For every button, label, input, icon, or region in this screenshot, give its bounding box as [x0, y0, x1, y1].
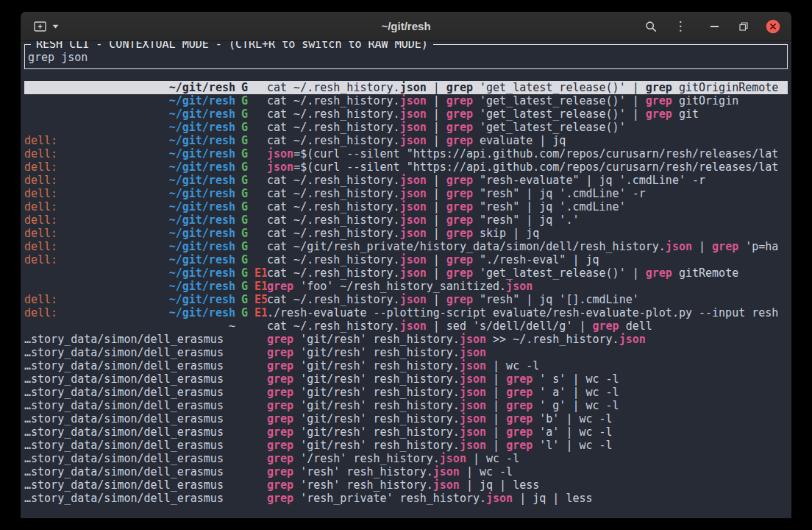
- row-host: dell:: [24, 253, 57, 266]
- row-host: dell:: [24, 160, 57, 174]
- row-command: cat ~/.resh_history.json | grep 'get_lat…: [267, 81, 788, 94]
- row-host: dell:: [24, 147, 57, 160]
- row-flags: G: [235, 253, 267, 266]
- restore-button[interactable]: [734, 17, 753, 36]
- row-flags: G: [235, 147, 267, 160]
- row-flags: [235, 372, 267, 386]
- row-flags: G E1: [235, 266, 267, 280]
- row-command: ./resh-evaluate --plotting-script evalua…: [267, 306, 788, 319]
- history-row[interactable]: dell: ~/git/resh G cat ~/.resh_history.j…: [24, 227, 788, 240]
- row-dir: ~/git/resh: [169, 253, 235, 266]
- history-row[interactable]: dell: ~/git/resh G cat ~/.resh_history.j…: [24, 174, 788, 187]
- row-flags: G E1: [235, 306, 267, 319]
- menu-button[interactable]: ⋮: [671, 17, 690, 36]
- history-row[interactable]: dell: ~/git/resh G cat ~/git/resh_privat…: [24, 240, 788, 253]
- row-command: grep 'git/resh' resh_history.json | grep…: [267, 425, 788, 439]
- row-flags: G: [235, 160, 267, 174]
- history-row[interactable]: …story_data/simon/dell_erasmus grep 'git…: [24, 412, 788, 425]
- new-terminal-button[interactable]: [29, 18, 63, 35]
- history-row[interactable]: dell: ~/git/resh G cat ~/.resh_history.j…: [24, 134, 788, 147]
- row-dir: ~/git/resh: [169, 121, 235, 134]
- row-command: json=$(curl --silent "https://api.github…: [267, 147, 788, 160]
- row-dir: …story_data/simon/dell_erasmus: [24, 452, 224, 465]
- row-host: dell:: [24, 134, 57, 147]
- history-row[interactable]: …story_data/simon/dell_erasmus grep 'res…: [24, 492, 788, 505]
- row-dir: ~/git/resh: [169, 107, 235, 121]
- row-command: cat ~/.resh_history.json | grep "resh" |…: [267, 293, 788, 306]
- row-flags: [235, 412, 267, 425]
- close-button[interactable]: [763, 17, 783, 36]
- history-row[interactable]: dell: ~/git/resh G E5 cat ~/.resh_histor…: [24, 293, 788, 306]
- row-dir: …story_data/simon/dell_erasmus: [24, 492, 224, 505]
- row-command: grep 'git/resh' resh_history.json | grep…: [267, 386, 788, 399]
- row-command: cat ~/.resh_history.json | grep 'get_lat…: [267, 107, 788, 121]
- history-row[interactable]: dell: ~/git/resh G cat ~/.resh_history.j…: [24, 213, 788, 227]
- minimize-button[interactable]: [705, 17, 724, 36]
- close-icon: [766, 19, 780, 34]
- row-flags: G: [235, 213, 267, 227]
- history-row[interactable]: dell: ~/git/resh G cat ~/.resh_history.j…: [24, 253, 788, 266]
- history-row[interactable]: …story_data/simon/dell_erasmus grep 'git…: [24, 359, 788, 372]
- history-row[interactable]: ~/git/resh G cat ~/.resh_history.json | …: [24, 81, 788, 94]
- row-flags: [235, 478, 267, 492]
- history-row[interactable]: ~/git/resh G cat ~/.resh_history.json | …: [24, 107, 788, 121]
- history-row[interactable]: …story_data/simon/dell_erasmus grep 'git…: [24, 386, 788, 399]
- row-flags: G: [235, 187, 267, 200]
- row-command: cat ~/.resh_history.json | grep skip | j…: [267, 227, 788, 240]
- row-command: cat ~/.resh_history.json | grep "resh-ev…: [267, 174, 788, 187]
- row-flags: [235, 386, 267, 399]
- row-dir: ~/git/resh: [169, 187, 235, 200]
- history-row[interactable]: ~ cat ~/.resh_history.json | sed 's/dell…: [24, 319, 788, 333]
- history-row[interactable]: dell: ~/git/resh G json=$(curl --silent …: [24, 160, 788, 174]
- row-flags: [235, 319, 267, 333]
- mode-banner: RESH CLI - CONTEXTUAL MODE - (CTRL+R to …: [31, 41, 433, 51]
- history-row[interactable]: ~/git/resh G cat ~/.resh_history.json | …: [24, 94, 788, 107]
- restore-icon: [739, 22, 748, 31]
- row-command: grep 'git/resh' resh_history.json: [267, 346, 788, 359]
- row-command: grep 'resh_private' resh_history.json | …: [267, 492, 788, 505]
- row-command: cat ~/.resh_history.json | grep 'get_lat…: [267, 121, 788, 134]
- history-row[interactable]: …story_data/simon/dell_erasmus grep 'res…: [24, 465, 788, 478]
- history-row[interactable]: dell: ~/git/resh G E1 ./resh-evaluate --…: [24, 306, 788, 319]
- history-row[interactable]: ~/git/resh G E1 grep 'foo' ~/resh_histor…: [24, 280, 788, 293]
- search-button[interactable]: [641, 17, 660, 36]
- history-row[interactable]: …story_data/simon/dell_erasmus grep 'git…: [24, 399, 788, 412]
- row-dir: …story_data/simon/dell_erasmus: [24, 439, 224, 452]
- row-dir: ~/git/resh: [169, 160, 235, 174]
- row-dir: ~/git/resh: [169, 293, 235, 306]
- history-row[interactable]: …story_data/simon/dell_erasmus grep 'git…: [24, 439, 788, 452]
- row-host: dell:: [24, 306, 57, 319]
- row-dir: ~/git/resh: [169, 227, 235, 240]
- row-command: cat ~/.resh_history.json | grep 'get_lat…: [267, 266, 788, 280]
- history-row[interactable]: ~/git/resh G E1 cat ~/.resh_history.json…: [24, 266, 788, 280]
- row-dir: ~/git/resh: [169, 147, 235, 160]
- history-row[interactable]: …story_data/simon/dell_erasmus grep 'git…: [24, 333, 788, 346]
- history-row[interactable]: …story_data/simon/dell_erasmus grep 'git…: [24, 372, 788, 386]
- row-command: cat ~/.resh_history.json | sed 's/dell/d…: [267, 319, 788, 333]
- row-flags: G: [235, 107, 267, 121]
- row-dir: …story_data/simon/dell_erasmus: [24, 478, 224, 492]
- row-command: grep 'foo' ~/resh_history_sanitized.json: [267, 280, 788, 293]
- history-row[interactable]: …story_data/simon/dell_erasmus grep '/re…: [24, 452, 788, 465]
- row-command: cat ~/.resh_history.json | grep "resh" |…: [267, 187, 788, 200]
- history-row[interactable]: dell: ~/git/resh G cat ~/.resh_history.j…: [24, 187, 788, 200]
- terminal-window: ~/git/resh ⋮: [21, 12, 791, 518]
- row-command: cat ~/.resh_history.json | grep "resh" |…: [267, 200, 788, 213]
- history-row[interactable]: …story_data/simon/dell_erasmus grep 'git…: [24, 346, 788, 359]
- query-input[interactable]: grep json: [28, 51, 784, 64]
- history-row[interactable]: dell: ~/git/resh G json=$(curl --silent …: [24, 147, 788, 160]
- row-flags: [235, 399, 267, 412]
- row-command: grep 'git/resh' resh_history.json | grep…: [267, 372, 788, 386]
- row-flags: G: [235, 240, 267, 253]
- history-row[interactable]: ~/git/resh G cat ~/.resh_history.json | …: [24, 121, 788, 134]
- row-flags: [235, 465, 267, 478]
- row-host: dell:: [24, 200, 57, 213]
- history-row[interactable]: dell: ~/git/resh G cat ~/.resh_history.j…: [24, 200, 788, 213]
- row-command: cat ~/.resh_history.json | grep 'get_lat…: [267, 94, 788, 107]
- history-list: ~/git/resh G cat ~/.resh_history.json | …: [24, 81, 788, 505]
- history-row[interactable]: …story_data/simon/dell_erasmus grep 'git…: [24, 425, 788, 439]
- history-row[interactable]: …story_data/simon/dell_erasmus grep 'res…: [24, 478, 788, 492]
- row-flags: [235, 492, 267, 505]
- row-flags: G E1: [235, 280, 267, 293]
- minimize-icon: [710, 26, 719, 27]
